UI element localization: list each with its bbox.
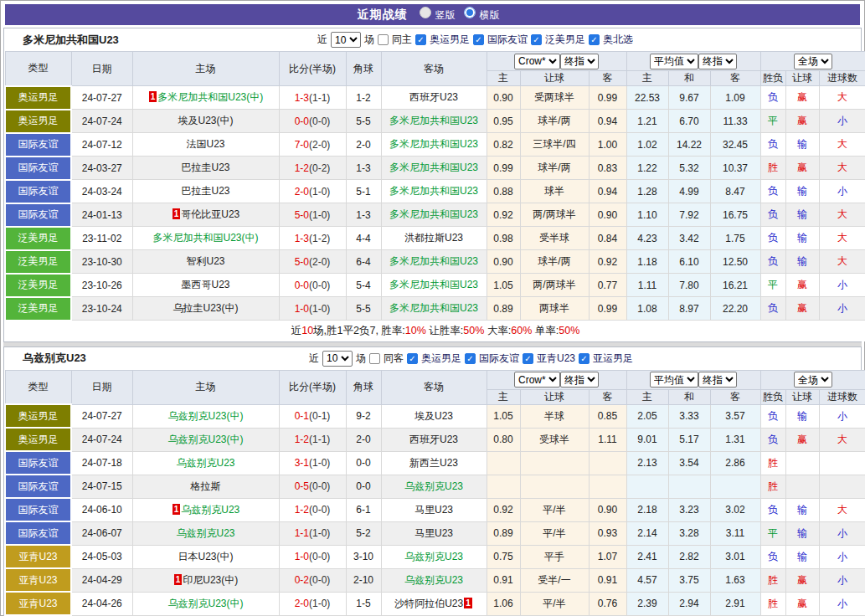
away-team-cell: 多米尼加共和国U23: [381, 297, 487, 321]
league-cell: 国际友谊: [5, 203, 71, 227]
league-cell: 奥运男足: [5, 110, 71, 133]
bookmaker-select[interactable]: Crow*: [514, 372, 560, 388]
crow-odds-group-header: Crow*终指: [487, 52, 626, 71]
average-select[interactable]: 平均值: [650, 54, 698, 69]
fulltime-score: 5-0: [295, 256, 309, 268]
handicap-result-cell: 赢: [785, 568, 819, 592]
match-period-select[interactable]: 全场: [794, 54, 832, 69]
away-team-name: 新西兰U23: [409, 457, 458, 469]
summary-text: 单率:: [532, 325, 559, 336]
handicap-result-cell: 赢: [785, 110, 819, 133]
league-cell: 泛美男足: [5, 227, 71, 250]
league-cell: 泛美男足: [5, 274, 71, 297]
win-lose-result-cell: 负: [760, 428, 785, 451]
odds-stage-select-2[interactable]: 终指: [698, 372, 737, 388]
summary-text: 50%: [559, 325, 579, 336]
halftime-score: (0-0): [309, 116, 330, 127]
fulltime-score: 5-0: [295, 209, 309, 221]
team-section-2: 乌兹别克U23近10场同客✓奥运男足✓国际友谊✓亚青U23✓亚运男足类型日期主场…: [3, 346, 862, 616]
avg-away-odds-cell: 11.33: [710, 110, 760, 133]
league-checkbox[interactable]: ✓: [589, 34, 600, 45]
layout-radio-vertical[interactable]: [420, 7, 431, 18]
match-period-select[interactable]: 全场: [794, 372, 832, 388]
match-row: 奥运男足24-07-271多米尼加共和国U23(中)1-3(1-1)1-2西班牙…: [5, 86, 865, 110]
win-lose-result-cell: 胜: [760, 568, 785, 592]
win-lose-result-cell: 胜: [760, 592, 785, 615]
handicap-line-cell: 两/两球半: [520, 274, 589, 297]
away-team-name: 乌兹别克U23: [404, 551, 463, 562]
score-cell: 1-0(1-0): [279, 297, 346, 321]
away-team-cell: 马里U23: [381, 498, 487, 521]
match-row: 国际友谊24-06-07乌兹别克U231-1(1-0)5-2马里U230.89平…: [5, 521, 865, 545]
league-checkbox[interactable]: ✓: [465, 353, 476, 364]
fulltime-score: 1-1: [295, 527, 309, 539]
avg-home-odds-cell: 4.23: [626, 227, 668, 250]
win-lose-result-cell: 平: [760, 521, 785, 545]
handicap-away-odds-cell: 0.99: [589, 86, 626, 110]
league-checkbox[interactable]: ✓: [415, 34, 426, 45]
league-checkbox[interactable]: ✓: [531, 34, 542, 45]
home-team-cell: 乌兹别克U23: [132, 451, 279, 475]
avg-away-odds-cell: [710, 475, 760, 498]
win-lose-result-cell: 负: [760, 203, 785, 227]
column-header: 比分(半场): [279, 370, 346, 404]
win-lose-result-cell: 胜: [760, 157, 785, 180]
team-name: 乌兹别克U23: [23, 351, 86, 366]
handicap-away-odds-cell: 0.77: [589, 274, 626, 297]
away-team-name: 西班牙U23: [409, 91, 458, 103]
layout-radio-horizontal[interactable]: [464, 7, 476, 18]
win-lose-result-cell: 平: [760, 274, 785, 297]
home-rank-badge: 1: [172, 504, 181, 515]
home-team-name: 埃及U23(中): [178, 115, 233, 126]
avg-away-odds-cell: 3.57: [710, 404, 760, 428]
same-venue-checkbox[interactable]: [378, 34, 389, 45]
handicap-result-cell: 输: [785, 404, 819, 428]
match-row: 国际友谊24-01-131哥伦比亚U235-0(1-0)1-3多米尼加共和国U2…: [5, 203, 865, 227]
away-team-name: 埃及U23: [414, 410, 453, 422]
score-cell: 0-5(0-0): [279, 475, 346, 498]
halftime-score: (0-0): [309, 574, 330, 586]
summary-text: 场,胜1平2负7, 胜率:: [313, 325, 405, 336]
same-venue-checkbox[interactable]: [369, 353, 380, 364]
odds-stage-select[interactable]: 终指: [560, 372, 599, 388]
avg-away-odds-cell: 3.02: [710, 498, 760, 521]
league-checkbox-label: 国际友谊: [487, 33, 528, 47]
avg-draw-odds-cell: 2.94: [668, 592, 710, 615]
league-checkbox[interactable]: ✓: [579, 353, 590, 364]
corner-cell: 1-3: [346, 203, 381, 227]
same-venue-label: 同主: [392, 33, 412, 47]
page-title: 近期战绩: [358, 8, 408, 23]
corner-cell: 9-2: [346, 404, 381, 428]
odds-stage-select-2[interactable]: 终指: [698, 54, 737, 69]
bookmaker-select[interactable]: Crow*: [514, 54, 560, 69]
away-team-cell: 马里U23: [381, 521, 487, 545]
crow-odds-group-header: Crow*终指: [487, 370, 626, 389]
away-team-name: 沙特阿拉伯U23: [394, 598, 463, 609]
avg-away-odds-cell: 1.31: [710, 428, 760, 451]
column-header: 角球: [346, 52, 381, 86]
score-cell: 1-3(1-2): [279, 227, 346, 250]
corner-cell: 2-0: [346, 133, 381, 157]
halftime-score: (1-0): [309, 598, 330, 609]
average-select[interactable]: 平均值: [650, 372, 698, 388]
recent-count-select[interactable]: 10: [322, 351, 353, 367]
goals-result-cell: 大: [819, 227, 865, 250]
away-team-cell: 多米尼加共和国U23: [381, 180, 487, 203]
win-lose-result-cell: 胜: [760, 451, 785, 475]
recent-label: 近: [317, 33, 327, 47]
league-checkbox[interactable]: ✓: [523, 353, 533, 364]
league-checkbox[interactable]: ✓: [407, 353, 418, 364]
goals-result-cell: 小: [819, 110, 865, 133]
halftime-score: (1-0): [309, 186, 330, 198]
home-team-cell: 法国U23: [132, 133, 279, 157]
handicap-result-cell: 输: [785, 180, 819, 203]
league-checkbox[interactable]: ✓: [473, 34, 484, 45]
win-lose-result-cell: 负: [760, 545, 785, 568]
recent-count-select[interactable]: 10: [331, 32, 361, 48]
odds-stage-select[interactable]: 终指: [560, 54, 599, 69]
league-cell: 泛美男足: [5, 297, 71, 321]
score-cell: 7-0(2-0): [279, 133, 346, 157]
handicap-home-odds-cell: 0.75: [487, 545, 520, 568]
league-cell: 亚青U23: [5, 592, 71, 615]
handicap-line-cell: 两球半: [520, 297, 589, 321]
